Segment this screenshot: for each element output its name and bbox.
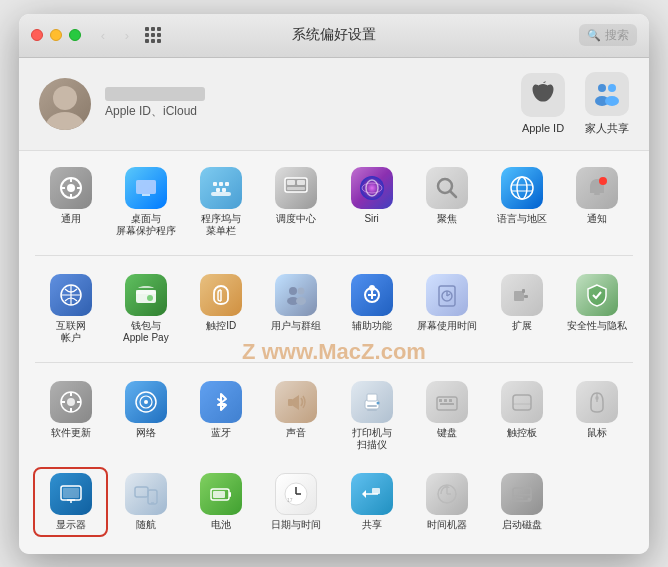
sound-label: 声音 <box>286 427 306 439</box>
pref-datetime[interactable]: 17 日期与时间 <box>261 469 332 535</box>
traffic-lights <box>31 29 81 41</box>
printer-icon <box>351 381 393 423</box>
content-area: Z www.MacZ.com 通用 桌面与 屏幕保护程序 <box>19 151 649 554</box>
pref-sharing[interactable]: 共享 <box>336 469 407 535</box>
pref-bluetooth[interactable]: 蓝牙 <box>186 377 257 455</box>
forward-button[interactable]: › <box>117 25 137 45</box>
pref-mouse[interactable]: 鼠标 <box>562 377 633 455</box>
printer-label: 打印机与 扫描仪 <box>352 427 392 451</box>
svg-point-3 <box>608 84 616 92</box>
internet-label: 互联网 帐户 <box>56 320 86 344</box>
startup-label: 启动磁盘 <box>502 519 542 531</box>
pref-launchpad[interactable]: 程序坞与 菜单栏 <box>186 163 257 241</box>
svg-point-31 <box>517 177 527 199</box>
svg-rect-16 <box>213 182 217 186</box>
svg-rect-71 <box>367 405 377 407</box>
svg-point-103 <box>528 497 531 500</box>
pref-accessibility[interactable]: 辅助功能 <box>336 270 407 348</box>
apple-id-action[interactable]: Apple ID <box>521 73 565 134</box>
search-icon: 🔍 <box>587 29 601 42</box>
software-icon <box>50 381 92 423</box>
pref-siri[interactable]: Siri <box>336 163 407 241</box>
svg-rect-18 <box>225 182 229 186</box>
pref-sidecar[interactable]: 随航 <box>110 469 181 535</box>
profile-name-blur <box>105 87 205 101</box>
pref-battery[interactable]: 电池 <box>186 469 257 535</box>
spotlight-label: 聚焦 <box>437 213 457 225</box>
grid-view-button[interactable] <box>145 27 161 43</box>
pref-timemachine[interactable]: 时间机器 <box>411 469 482 535</box>
pref-wallet[interactable]: 钱包与 Apple Pay <box>110 270 181 348</box>
pref-users[interactable]: 用户与群组 <box>261 270 332 348</box>
notification-icon <box>576 167 618 209</box>
pref-touchid[interactable]: 触控ID <box>186 270 257 348</box>
screentime-label: 屏幕使用时间 <box>417 320 477 332</box>
maximize-button[interactable] <box>69 29 81 41</box>
internet-icon <box>50 274 92 316</box>
family-sharing-action[interactable]: 家人共享 <box>585 72 629 136</box>
mouse-label: 鼠标 <box>587 427 607 439</box>
svg-rect-23 <box>297 180 305 185</box>
datetime-label: 日期与时间 <box>271 519 321 531</box>
pref-desktop[interactable]: 桌面与 屏幕保护程序 <box>110 163 181 241</box>
svg-rect-72 <box>367 409 377 411</box>
users-label: 用户与群组 <box>271 320 321 332</box>
display-label: 显示器 <box>56 519 86 531</box>
touchid-icon <box>200 274 242 316</box>
siri-label: Siri <box>364 213 378 225</box>
pref-sound[interactable]: 声音 <box>261 377 332 455</box>
pref-startup[interactable]: 启动磁盘 <box>487 469 558 535</box>
battery-icon <box>200 473 242 515</box>
mission-icon <box>275 167 317 209</box>
svg-rect-67 <box>288 399 293 406</box>
svg-rect-20 <box>222 188 226 192</box>
prefs-row-3: 软件更新 网络 蓝牙 声音 <box>35 377 633 455</box>
pref-screentime[interactable]: 屏幕使用时间 <box>411 270 482 348</box>
svg-point-7 <box>67 184 75 192</box>
close-button[interactable] <box>31 29 43 41</box>
pref-extensions[interactable]: 扩展 <box>487 270 558 348</box>
desktop-label: 桌面与 屏幕保护程序 <box>116 213 176 237</box>
nav-buttons: ‹ › <box>93 25 137 45</box>
general-icon <box>50 167 92 209</box>
pref-notification[interactable]: 通知 <box>562 163 633 241</box>
avatar[interactable] <box>39 78 91 130</box>
pref-trackpad[interactable]: 触控板 <box>487 377 558 455</box>
minimize-button[interactable] <box>50 29 62 41</box>
touchid-label: 触控ID <box>206 320 236 332</box>
search-box[interactable]: 🔍 搜索 <box>579 24 637 46</box>
svg-rect-92 <box>213 491 225 498</box>
pref-display[interactable]: 显示器 <box>35 469 106 535</box>
pref-network[interactable]: 网络 <box>110 377 181 455</box>
family-sharing-label: 家人共享 <box>585 121 629 136</box>
pref-keyboard[interactable]: 键盘 <box>411 377 482 455</box>
svg-point-43 <box>289 287 297 295</box>
security-icon <box>576 274 618 316</box>
svg-point-66 <box>144 400 148 404</box>
svg-rect-79 <box>513 395 531 410</box>
pref-printer[interactable]: 打印机与 扫描仪 <box>336 377 407 455</box>
keyboard-label: 键盘 <box>437 427 457 439</box>
language-icon <box>501 167 543 209</box>
profile-subtitle: Apple ID、iCloud <box>105 103 205 120</box>
svg-rect-77 <box>449 399 452 402</box>
svg-rect-88 <box>148 490 157 504</box>
pref-mission[interactable]: 调度中心 <box>261 163 332 241</box>
svg-point-0 <box>53 86 77 110</box>
pref-software[interactable]: 软件更新 <box>35 377 106 455</box>
timemachine-label: 时间机器 <box>427 519 467 531</box>
pref-spotlight[interactable]: 聚焦 <box>411 163 482 241</box>
pref-internet[interactable]: 互联网 帐户 <box>35 270 106 348</box>
trackpad-icon <box>501 381 543 423</box>
svg-rect-22 <box>287 180 295 185</box>
pref-general[interactable]: 通用 <box>35 163 106 241</box>
battery-label: 电池 <box>211 519 231 531</box>
svg-rect-56 <box>522 289 525 293</box>
pref-language[interactable]: 语言与地区 <box>487 163 558 241</box>
divider-1 <box>35 255 633 256</box>
pref-security[interactable]: 安全性与隐私 <box>562 270 633 348</box>
back-button[interactable]: ‹ <box>93 25 113 45</box>
svg-rect-13 <box>136 180 156 194</box>
svg-point-1 <box>45 112 85 130</box>
svg-rect-34 <box>594 193 600 195</box>
